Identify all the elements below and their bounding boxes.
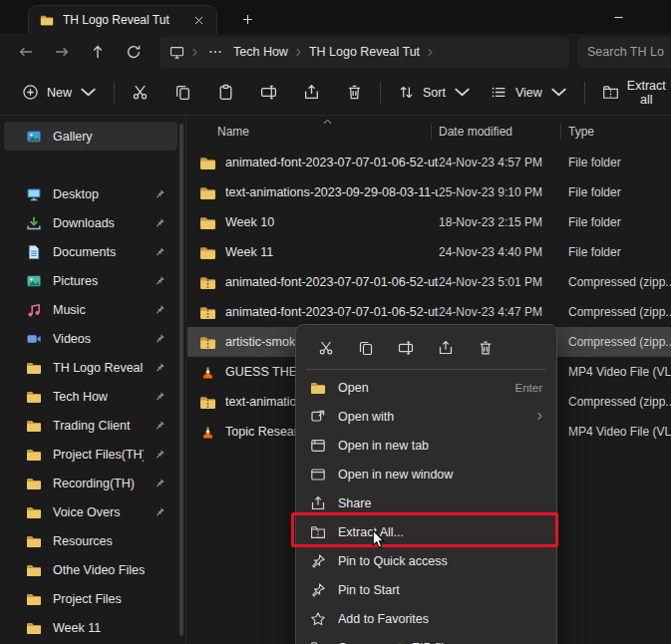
file-row-animated-font-2023-07-07-01-06-52-utc[interactable]: animated-font-2023-07-07-01-06-52-utc24-… bbox=[187, 297, 671, 327]
context-menu-item-pin-to-quick-access[interactable]: Pin to Quick access bbox=[300, 546, 552, 575]
toolbar-separator bbox=[584, 82, 585, 104]
context-menu-item-pin-to-start[interactable]: Pin to Start bbox=[300, 575, 552, 604]
sidebar-scrollbar[interactable] bbox=[179, 124, 183, 636]
sidebar-item-label: Desktop bbox=[53, 187, 144, 201]
pin-icon bbox=[155, 391, 166, 402]
extract-all-button[interactable]: Extract all bbox=[592, 77, 671, 109]
sidebar-item-voice-overs[interactable]: Voice Overs bbox=[4, 497, 177, 526]
folder-icon bbox=[40, 13, 54, 27]
pin-icon bbox=[155, 362, 166, 373]
sidebar-item-documents[interactable]: Documents bbox=[4, 237, 177, 266]
menu-item-label: Open in new tab bbox=[338, 439, 542, 453]
column-header-type[interactable]: Type bbox=[568, 125, 671, 139]
up-button[interactable] bbox=[80, 37, 116, 67]
sidebar-item-desktop[interactable]: Desktop bbox=[4, 179, 177, 208]
file-type: Compressed (zipp... bbox=[568, 335, 671, 349]
pin-icon bbox=[155, 506, 166, 517]
pin-icon bbox=[155, 449, 166, 460]
share-button[interactable] bbox=[293, 77, 330, 109]
menu-cut-button[interactable] bbox=[309, 333, 342, 363]
context-menu-item-add-to-favorites[interactable]: Add to Favorites bbox=[300, 604, 552, 633]
chevron-down-icon bbox=[80, 84, 97, 101]
tab-close-button[interactable] bbox=[188, 10, 208, 30]
menu-item-shortcut: Enter bbox=[515, 382, 543, 394]
forward-button[interactable] bbox=[44, 37, 80, 67]
file-name-cell: Week 10 bbox=[199, 214, 439, 231]
explorer-tab[interactable]: TH Logo Reveal Tut bbox=[28, 5, 217, 34]
sidebar-item-tech-how[interactable]: Tech How bbox=[4, 382, 177, 411]
breadcrumb-item-th-logo-reveal-tut[interactable]: TH Logo Reveal Tut bbox=[309, 45, 420, 59]
pin-icon bbox=[155, 478, 166, 488]
file-name: Week 11 bbox=[225, 245, 273, 259]
back-button[interactable] bbox=[8, 37, 44, 67]
sidebar-item-resources[interactable]: Resources bbox=[4, 526, 177, 555]
menu-rename-button[interactable] bbox=[389, 333, 422, 363]
search-box[interactable]: Search TH Lo bbox=[577, 37, 671, 68]
pin-icon bbox=[155, 188, 166, 199]
context-menu-item-open[interactable]: OpenEnter bbox=[300, 373, 552, 402]
file-name-cell: animated-font-2023-07-07-01-06-52-utc bbox=[199, 155, 439, 171]
extract-icon bbox=[310, 640, 326, 644]
context-menu-item-compress-to-zip-file[interactable]: Compress to ZIP file bbox=[300, 633, 552, 644]
navigation-bar: Tech HowTH Logo Reveal Tut Search TH Lo bbox=[0, 34, 671, 70]
column-header-name[interactable]: Name bbox=[217, 125, 439, 139]
breadcrumb-ellipsis-button[interactable] bbox=[205, 42, 225, 62]
file-row-week-11[interactable]: Week 1124-Nov-23 4:40 PMFile folder bbox=[187, 237, 671, 267]
sidebar-item-pictures[interactable]: Pictures bbox=[4, 266, 177, 295]
file-type: File folder bbox=[568, 215, 671, 229]
file-row-text-animations-2023-09-29-08-03-11-utc[interactable]: text-animations-2023-09-29-08-03-11-utc2… bbox=[187, 177, 671, 207]
toolbar-separator bbox=[380, 82, 381, 104]
sidebar-item-th-logo-reveal-tut[interactable]: TH Logo Reveal Tut bbox=[4, 353, 177, 382]
cut-icon bbox=[318, 340, 334, 356]
menu-share-button[interactable] bbox=[429, 333, 462, 363]
sidebar-item-downloads[interactable]: Downloads bbox=[4, 208, 177, 237]
sidebar-item-recording-th[interactable]: Recording(TH) bbox=[4, 469, 177, 497]
copy-button[interactable] bbox=[165, 77, 201, 109]
breadcrumb-item-tech-how[interactable]: Tech How bbox=[233, 45, 288, 59]
paste-button[interactable] bbox=[207, 77, 244, 109]
view-button[interactable]: View bbox=[481, 77, 577, 109]
menu-copy-button[interactable] bbox=[349, 333, 382, 363]
file-type: Compressed (zipp... bbox=[568, 275, 671, 289]
column-header-date-modified[interactable]: Date modified bbox=[439, 125, 568, 139]
menu-separator bbox=[306, 369, 546, 370]
folder-icon bbox=[26, 418, 42, 434]
sidebar-item-trading-client[interactable]: Trading Client bbox=[4, 411, 177, 440]
sidebar-item-project-files[interactable]: Project Files bbox=[4, 584, 177, 613]
tab-title: TH Logo Reveal Tut bbox=[63, 13, 179, 27]
file-row-week-10[interactable]: Week 1018-Nov-23 2:15 PMFile folder bbox=[187, 207, 671, 237]
sidebar-item-gallery[interactable]: Gallery bbox=[4, 122, 177, 151]
context-menu-item-open-in-new-window[interactable]: Open in new window bbox=[300, 460, 552, 488]
folder-icon bbox=[199, 184, 216, 201]
view-icon bbox=[491, 84, 507, 101]
file-row-animated-font-2023-07-07-01-06-52-utc[interactable]: animated-font-2023-07-07-01-06-52-utc...… bbox=[187, 267, 671, 297]
new-tab-button[interactable] bbox=[235, 8, 259, 30]
sidebar-item-othe-video-files[interactable]: Othe Video Files bbox=[4, 555, 177, 584]
menu-delete-button[interactable] bbox=[469, 333, 502, 363]
delete-button[interactable] bbox=[336, 77, 373, 109]
documents-icon bbox=[26, 244, 42, 260]
refresh-button[interactable] bbox=[116, 37, 152, 67]
forward-arrow-icon bbox=[54, 44, 70, 60]
context-menu-item-open-in-new-tab[interactable]: Open in new tab bbox=[300, 431, 552, 460]
videos-icon bbox=[26, 331, 42, 347]
ellipsis-icon bbox=[207, 44, 223, 60]
context-menu-item-open-with[interactable]: Open with bbox=[300, 402, 552, 431]
sidebar-item-label: Documents bbox=[53, 245, 144, 259]
sidebar-item-week-11[interactable]: Week 11 bbox=[4, 613, 177, 642]
new-label: New bbox=[47, 86, 72, 100]
sidebar-item-videos[interactable]: Videos bbox=[4, 324, 177, 353]
sort-button[interactable]: Sort bbox=[388, 77, 481, 109]
breadcrumb[interactable]: Tech HowTH Logo Reveal Tut bbox=[160, 37, 569, 68]
sidebar-item-label: Project Files(TH) bbox=[53, 448, 144, 462]
new-button[interactable]: New bbox=[12, 77, 107, 109]
rename-button[interactable] bbox=[250, 77, 287, 109]
sidebar-item-label: Pictures bbox=[53, 274, 144, 288]
cut-button[interactable] bbox=[122, 77, 159, 109]
file-date-modified: 24-Nov-23 5:01 PM bbox=[439, 275, 568, 289]
minimize-button[interactable] bbox=[603, 6, 633, 28]
sidebar-item-project-files-th[interactable]: Project Files(TH) bbox=[4, 440, 177, 469]
sidebar-item-music[interactable]: Music bbox=[4, 295, 177, 324]
file-row-animated-font-2023-07-07-01-06-52-utc[interactable]: animated-font-2023-07-07-01-06-52-utc24-… bbox=[187, 148, 671, 177]
file-type: MP4 Video File (VL... bbox=[568, 425, 671, 439]
